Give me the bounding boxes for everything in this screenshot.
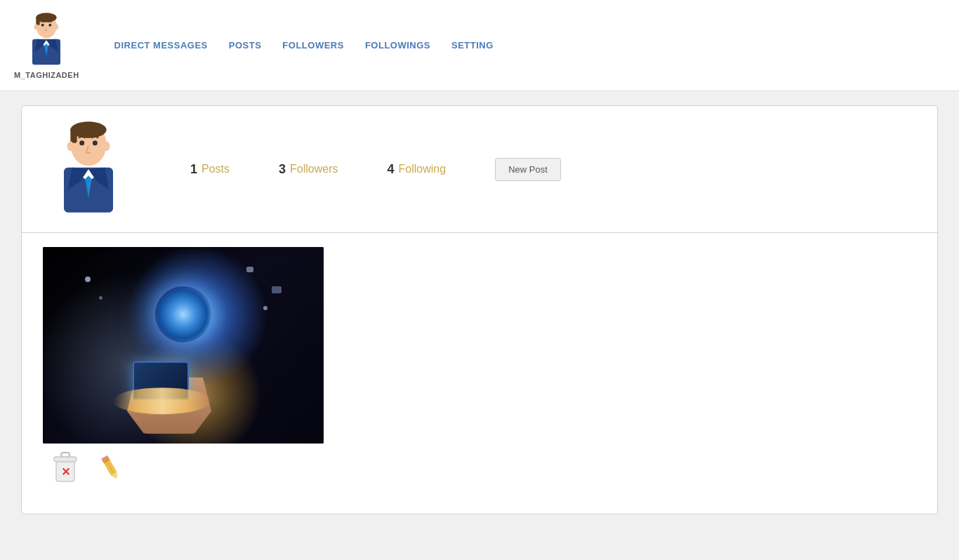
navbar-avatar-icon	[22, 12, 71, 68]
svg-point-16	[93, 140, 98, 145]
posts-stat: 1 Posts	[190, 162, 230, 177]
svg-rect-25	[54, 457, 77, 462]
svg-rect-24	[61, 453, 70, 457]
followers-count: 3	[279, 162, 286, 177]
delete-button[interactable]: ✕	[50, 451, 81, 484]
particle-5	[272, 286, 282, 293]
profile-avatar-icon	[43, 120, 134, 218]
svg-rect-14	[70, 128, 77, 143]
nav-link-direct-messages[interactable]: DIRECT MESSAGES	[114, 40, 208, 51]
nav-link-followings[interactable]: FOLLOWINGS	[365, 40, 430, 51]
profile-stats: 1 Posts 3 Followers 4 Following New Post	[190, 158, 561, 181]
following-label: Following	[399, 163, 447, 175]
svg-point-18	[103, 141, 110, 151]
profile-card: 1 Posts 3 Followers 4 Following New Post	[21, 105, 938, 514]
svg-point-17	[67, 141, 74, 151]
svg-point-3	[41, 23, 44, 26]
post-image	[43, 247, 324, 444]
pencil-icon	[98, 454, 122, 481]
main-content: 1 Posts 3 Followers 4 Following New Post	[0, 91, 959, 528]
nav-links: DIRECT MESSAGES POSTS FOLLOWERS FOLLOWIN…	[114, 40, 494, 51]
tech-image-visual	[43, 247, 324, 444]
navbar: M_TAGHIZADEH DIRECT MESSAGES POSTS FOLLO…	[0, 0, 959, 91]
svg-text:✕: ✕	[61, 466, 70, 478]
nav-link-posts[interactable]: POSTS	[229, 40, 262, 51]
particle-3	[263, 306, 267, 310]
svg-rect-2	[37, 16, 40, 25]
new-post-button[interactable]: New Post	[495, 158, 561, 181]
following-stat[interactable]: 4 Following	[388, 162, 447, 177]
post-grid: ✕	[43, 247, 916, 491]
svg-point-5	[34, 24, 38, 29]
posts-count: 1	[190, 162, 197, 177]
following-count: 4	[388, 162, 395, 177]
profile-header: 1 Posts 3 Followers 4 Following New Post	[22, 106, 937, 233]
edit-button[interactable]	[95, 451, 126, 484]
particle-2	[99, 296, 102, 300]
nav-link-followers[interactable]: FOLLOWERS	[282, 40, 344, 51]
post-item: ✕	[43, 247, 324, 491]
nav-link-setting[interactable]: SETTING	[451, 40, 494, 51]
particle-1	[85, 276, 91, 282]
post-actions: ✕	[50, 444, 324, 491]
navbar-username: M_TAGHIZADEH	[14, 71, 79, 79]
svg-point-6	[55, 24, 58, 29]
trash-icon: ✕	[52, 452, 79, 483]
particle-4	[246, 267, 253, 272]
svg-point-4	[49, 23, 52, 26]
followers-label: Followers	[290, 163, 338, 175]
navbar-user: M_TAGHIZADEH	[14, 12, 79, 79]
svg-point-15	[79, 140, 84, 145]
followers-stat[interactable]: 3 Followers	[279, 162, 338, 177]
posts-section: ✕	[22, 233, 937, 514]
posts-label: Posts	[201, 163, 230, 175]
tablet-shape	[133, 361, 189, 400]
